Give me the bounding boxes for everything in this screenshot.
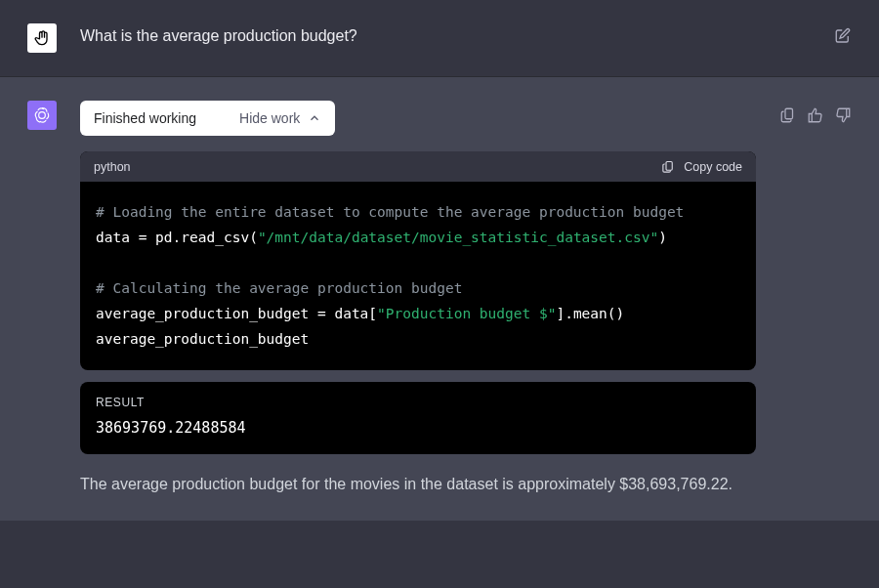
work-status: Finished working xyxy=(94,110,196,126)
chevron-up-icon xyxy=(308,111,321,125)
code-header: python Copy code xyxy=(80,151,756,182)
user-message-row: What is the average production budget? xyxy=(0,0,879,77)
clipboard-icon xyxy=(661,159,676,174)
code-line-2c: ) xyxy=(658,230,667,245)
code-line-5a: average_production_budget = data[ xyxy=(96,306,377,321)
assistant-answer: The average production budget for the mo… xyxy=(80,472,756,497)
code-line-2a: data = pd.read_csv( xyxy=(96,230,258,245)
result-block: RESULT 38693769.22488584 xyxy=(80,382,756,454)
code-line-4: # Calculating the average production bud… xyxy=(96,280,462,296)
thumbs-up-icon[interactable] xyxy=(807,106,824,124)
edit-icon xyxy=(834,27,852,45)
feedback-icons xyxy=(779,101,852,124)
code-line-2b: "/mnt/data/dataset/movie_statistic_datas… xyxy=(258,230,658,245)
hand-icon xyxy=(32,28,52,48)
work-toggle[interactable]: Finished working Hide work xyxy=(80,101,335,136)
code-block: python Copy code # Loading the entire da… xyxy=(80,151,756,370)
edit-button[interactable] xyxy=(834,23,852,45)
code-body: # Loading the entire dataset to compute … xyxy=(80,182,756,370)
user-question: What is the average production budget? xyxy=(80,23,811,45)
clipboard-copy-icon[interactable] xyxy=(779,106,797,124)
result-label: RESULT xyxy=(96,396,740,409)
copy-code-button[interactable]: Copy code xyxy=(661,159,742,174)
copy-code-label: Copy code xyxy=(684,160,742,174)
assistant-content: Finished working Hide work python Copy c… xyxy=(80,101,756,497)
assistant-message-row: Finished working Hide work python Copy c… xyxy=(0,77,879,521)
svg-rect-2 xyxy=(785,108,793,119)
work-action-label: Hide work xyxy=(239,110,300,126)
code-line-1: # Loading the entire dataset to compute … xyxy=(96,204,684,220)
openai-icon xyxy=(32,105,52,125)
code-line-5c: ].mean() xyxy=(556,306,624,321)
svg-point-0 xyxy=(39,112,46,119)
code-line-6: average_production_budget xyxy=(96,331,309,347)
result-value: 38693769.22488584 xyxy=(96,419,740,437)
code-language: python xyxy=(94,160,131,174)
thumbs-down-icon[interactable] xyxy=(834,106,852,124)
assistant-avatar xyxy=(27,101,57,130)
svg-rect-1 xyxy=(666,162,672,171)
user-avatar xyxy=(27,23,57,53)
code-line-5b: "Production budget $" xyxy=(377,306,556,321)
